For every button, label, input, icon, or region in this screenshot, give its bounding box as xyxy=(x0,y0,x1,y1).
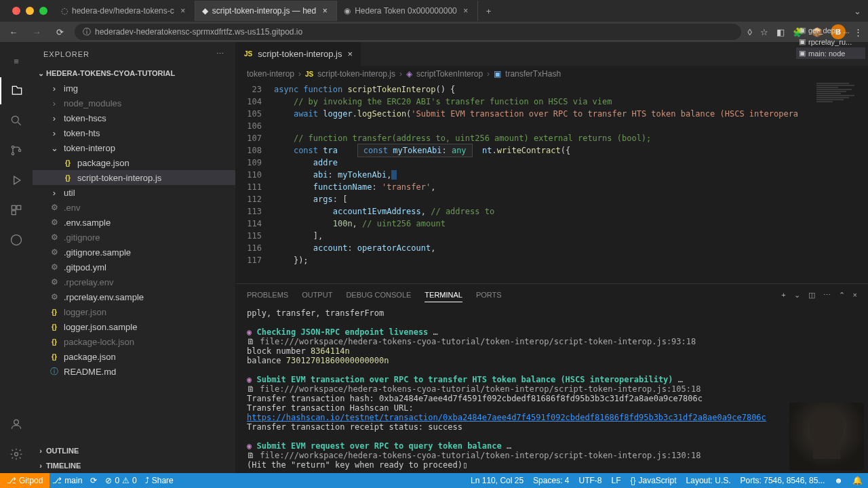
ports-status[interactable]: Ports: 7546, 8546, 85... xyxy=(741,476,825,485)
chevron-down-icon[interactable]: ⌄ xyxy=(794,291,800,300)
breadcrumbs[interactable]: token-interop › JS script-token-interop.… xyxy=(236,66,868,82)
file-item[interactable]: ⚙.env.sample xyxy=(33,215,235,230)
encoding-status[interactable]: UTF-8 xyxy=(578,476,601,485)
file-item[interactable]: {}logger.json xyxy=(33,304,235,319)
code-editor[interactable]: 2310410510610710810911011111211311411511… xyxy=(236,82,868,283)
sync-status[interactable]: ⟳ xyxy=(90,476,97,485)
breadcrumb-item[interactable]: script-token-interop.js xyxy=(317,69,395,79)
terminal-task[interactable]: ▣main: node xyxy=(796,47,865,59)
folder-item[interactable]: ›img xyxy=(33,81,235,96)
explorer-icon[interactable] xyxy=(0,77,33,104)
terminal-task[interactable]: ▣rpcrelay_ru... xyxy=(796,36,865,47)
folder-item[interactable]: ⌄token-interop xyxy=(33,140,235,155)
indentation-status[interactable]: Spaces: 4 xyxy=(533,476,569,485)
debug-icon[interactable] xyxy=(0,167,33,194)
file-item[interactable]: {}package.json xyxy=(33,349,235,364)
reload-button[interactable]: ⟳ xyxy=(52,24,68,40)
chevron-down-icon[interactable]: ⌄ xyxy=(854,6,868,16)
close-window[interactable] xyxy=(12,7,20,15)
browser-tab[interactable]: ◌ hedera-dev/hedera-tokens-c × xyxy=(54,1,195,21)
more-icon[interactable]: ⋯ xyxy=(216,49,224,58)
close-icon[interactable]: × xyxy=(461,6,471,16)
terminal-output[interactable]: pply, transfer, transferFrom ◉ Checking … xyxy=(236,306,868,473)
panel-tab-terminal[interactable]: TERMINAL xyxy=(425,288,462,302)
close-icon[interactable]: × xyxy=(320,6,330,16)
extension-icon[interactable]: ◧ xyxy=(776,27,785,37)
file-item[interactable]: ⚙.gitignore xyxy=(33,230,235,245)
forward-button[interactable]: → xyxy=(28,24,45,40)
panel-tab-problems[interactable]: PROBLEMS xyxy=(247,288,288,302)
chevron-right-icon: › xyxy=(35,462,46,470)
breadcrumb-item[interactable]: transferTxHash xyxy=(505,69,561,79)
timeline-section[interactable]: › TIMELINE xyxy=(33,458,235,473)
minimap[interactable] xyxy=(814,82,868,283)
folder-item[interactable]: ›node_modules xyxy=(33,96,235,110)
close-icon[interactable]: × xyxy=(348,49,353,59)
url-input[interactable]: ⓘ hederadev-hederatokensc-sprmxdfrtfz.ws… xyxy=(75,24,741,40)
more-icon[interactable]: ⋯ xyxy=(823,291,831,300)
feedback-icon[interactable]: ☻ xyxy=(834,476,843,485)
maximize-window[interactable] xyxy=(39,7,47,15)
file-item[interactable]: {}script-token-interop.js xyxy=(33,170,235,185)
share-button[interactable]: ⤴ Share xyxy=(145,476,174,485)
address-bar-row: ← → ⟳ ⓘ hederadev-hederatokensc-sprmxdfr… xyxy=(0,22,868,42)
gear-icon[interactable] xyxy=(0,441,33,468)
source-control-icon[interactable] xyxy=(0,137,33,164)
editor-area: JS script-token-interop.js × ◫ ⋯ token-i… xyxy=(236,42,868,473)
new-terminal-icon[interactable]: + xyxy=(781,291,785,299)
code-content[interactable]: async function scriptTokenInterop() { //… xyxy=(274,82,868,283)
file-item[interactable]: ⚙.env xyxy=(33,200,235,215)
breadcrumb-item[interactable]: scriptTokenInterop xyxy=(416,69,483,79)
search-icon[interactable]: ◊ xyxy=(748,27,752,37)
maximize-icon[interactable]: ⌃ xyxy=(839,291,845,300)
account-icon[interactable] xyxy=(0,411,33,438)
panel-tab-output[interactable]: OUTPUT xyxy=(302,288,332,302)
folder-item[interactable]: ›token-hts xyxy=(33,125,235,140)
minimize-window[interactable] xyxy=(26,7,34,15)
hashscan-link[interactable]: https://hashscan.io/testnet/transaction/… xyxy=(247,413,766,422)
split-terminal-icon[interactable]: ◫ xyxy=(808,291,815,300)
file-item[interactable]: ⚙.rpcrelay.env xyxy=(33,274,235,289)
terminal-task[interactable]: ▣get_deps: ... xyxy=(796,24,865,36)
bookmark-icon[interactable]: ☆ xyxy=(760,27,768,37)
layout-status[interactable]: Layout: U.S. xyxy=(686,476,731,485)
file-name: .env.sample xyxy=(64,218,111,228)
file-item[interactable]: {}logger.json.sample xyxy=(33,319,235,334)
file-item[interactable]: {}package.json xyxy=(33,155,235,170)
file-item[interactable]: ⚙.rpcrelay.env.sample xyxy=(33,289,235,304)
breadcrumb-item[interactable]: token-interop xyxy=(247,69,294,79)
github-icon[interactable] xyxy=(0,226,33,253)
cursor-position[interactable]: Ln 110, Col 25 xyxy=(471,476,524,485)
bell-icon[interactable]: 🔔 xyxy=(852,476,863,485)
file-item[interactable]: ⓘREADME.md xyxy=(33,364,235,379)
errors-status[interactable]: ⊘ 0 ⚠ 0 xyxy=(105,476,136,485)
file-item[interactable]: ⚙.gitignore.sample xyxy=(33,245,235,260)
panel-tab-debug[interactable]: DEBUG CONSOLE xyxy=(346,288,411,302)
menu-icon[interactable]: ≡ xyxy=(0,47,33,75)
extensions-icon[interactable] xyxy=(0,197,33,224)
gear-icon: ⚙ xyxy=(49,262,60,272)
panel-tab-ports[interactable]: PORTS xyxy=(476,288,502,302)
close-icon[interactable]: × xyxy=(853,291,857,299)
editor-tab[interactable]: JS script-token-interop.js × xyxy=(236,42,361,66)
language-status[interactable]: {} JavaScript xyxy=(631,476,677,485)
js-icon: {} xyxy=(49,338,60,346)
close-icon[interactable]: × xyxy=(178,6,188,16)
project-section[interactable]: ⌄ HEDERA-TOKENS-CYOA-TUTORIAL xyxy=(33,66,235,81)
search-icon[interactable] xyxy=(0,107,33,134)
terminal-line: ◉ Submit EVM request over RPC to query t… xyxy=(247,441,857,451)
gitpod-status[interactable]: ⎇ Gitpod xyxy=(0,473,50,488)
browser-tab[interactable]: ◉ Hedera Token 0x000000000 × xyxy=(337,1,478,21)
new-tab-button[interactable]: + xyxy=(478,6,500,16)
folder-item[interactable]: ›util xyxy=(33,185,235,200)
eol-status[interactable]: LF xyxy=(611,476,620,485)
file-item[interactable]: {}package-lock.json xyxy=(33,334,235,349)
outline-section[interactable]: › OUTLINE xyxy=(33,443,235,458)
vscode-icon: ◆ xyxy=(202,6,208,16)
folder-item[interactable]: ›token-hscs xyxy=(33,110,235,125)
file-item[interactable]: ⚙.gitpod.yml xyxy=(33,260,235,274)
browser-tab[interactable]: ◆ script-token-interop.js — hed × xyxy=(195,1,337,21)
back-button[interactable]: ← xyxy=(5,24,22,40)
branch-status[interactable]: ⎇ main xyxy=(52,476,82,485)
gear-icon: ⚙ xyxy=(49,277,60,287)
